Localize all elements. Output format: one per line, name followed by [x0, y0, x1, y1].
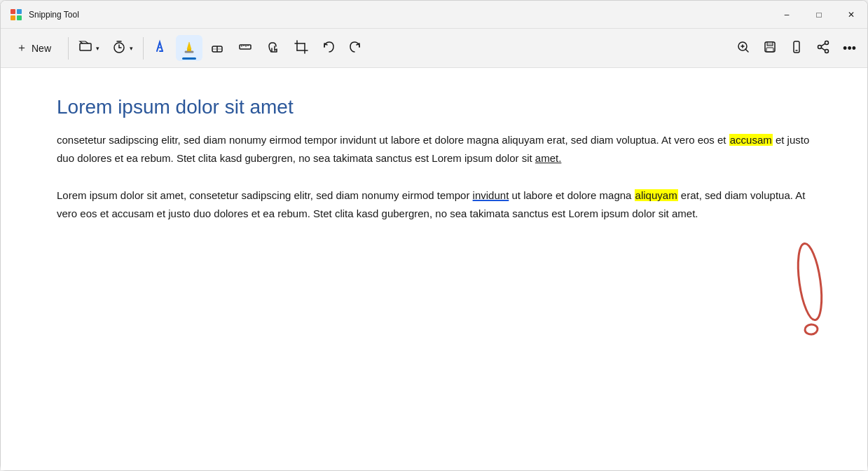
more-icon: •••: [843, 42, 856, 55]
phone-icon: [790, 40, 804, 56]
svg-point-31: [825, 50, 829, 53]
svg-point-32: [818, 46, 822, 49]
svg-rect-27: [766, 48, 773, 52]
timer-button[interactable]: ▾: [106, 36, 139, 60]
svg-point-36: [804, 324, 818, 335]
new-button[interactable]: ＋ New: [6, 36, 61, 60]
ruler-button[interactable]: [232, 35, 259, 61]
phone-button[interactable]: [784, 36, 809, 60]
new-label: New: [32, 43, 51, 54]
zoom-in-button[interactable]: [731, 36, 756, 60]
window-controls: – □ ✕: [771, 1, 867, 29]
svg-point-35: [794, 242, 825, 321]
underline-invidunt: invidunt: [473, 189, 509, 201]
paragraph-2: Lorem ipsum dolor sit amet, consetetur s…: [57, 186, 811, 222]
svg-line-34: [821, 43, 825, 46]
pen-button[interactable]: [148, 35, 174, 61]
pen-icon: [153, 39, 169, 57]
redo-icon: [348, 40, 362, 56]
timer-chevron: ▾: [130, 45, 133, 52]
eraser-button[interactable]: [204, 35, 230, 61]
document-heading: Lorem ipsum dolor sit amet: [57, 96, 811, 118]
undo-icon: [322, 40, 336, 56]
redo-button[interactable]: [343, 36, 368, 60]
separator-1: [68, 37, 69, 60]
snip-mode-icon: [78, 40, 92, 56]
eraser-icon: [209, 39, 225, 57]
underline-amet: amet.: [535, 152, 562, 164]
svg-rect-4: [80, 43, 91, 50]
undo-button[interactable]: [316, 36, 341, 60]
svg-rect-1: [17, 9, 22, 14]
timer-icon: [112, 40, 126, 56]
paragraph-1: consetetur sadipscing elitr, sed diam no…: [57, 131, 811, 167]
save-button[interactable]: [757, 36, 783, 60]
share-button[interactable]: [811, 36, 836, 60]
svg-rect-26: [767, 42, 773, 46]
minimize-button[interactable]: –: [771, 1, 803, 29]
highlighter-button[interactable]: [176, 35, 202, 61]
toolbar-right: •••: [731, 36, 862, 60]
share-icon: [816, 40, 830, 56]
crop-button[interactable]: [288, 35, 315, 61]
close-button[interactable]: ✕: [835, 1, 867, 29]
svg-rect-3: [17, 15, 22, 20]
svg-rect-9: [187, 49, 191, 51]
ruler-icon: [237, 39, 253, 57]
plus-icon: ＋: [16, 41, 27, 55]
zoom-in-icon: [736, 40, 750, 56]
touch-icon: [266, 39, 281, 57]
svg-line-24: [745, 49, 748, 52]
red-annotation: [790, 229, 825, 348]
save-icon: [763, 40, 777, 56]
title-bar: Snipping Tool – □ ✕: [1, 1, 867, 29]
svg-point-30: [825, 41, 829, 45]
svg-rect-2: [11, 15, 15, 20]
snip-mode-button[interactable]: ▾: [73, 36, 105, 60]
app-logo: [9, 8, 23, 22]
snip-mode-chevron: ▾: [96, 45, 99, 52]
touch-button[interactable]: [260, 35, 287, 61]
toolbar: ＋ New ▾ ▾: [1, 29, 867, 68]
app-window: Snipping Tool – □ ✕ ＋ New ▾: [0, 0, 868, 471]
more-button[interactable]: •••: [837, 38, 862, 59]
separator-2: [143, 37, 144, 60]
svg-rect-12: [240, 45, 251, 49]
highlighter-icon: [181, 39, 197, 57]
content-area: Lorem ipsum dolor sit amet consetetur sa…: [1, 68, 867, 470]
highlight-aliquyam: aliquyam: [635, 189, 678, 201]
crop-icon: [294, 39, 309, 57]
svg-line-33: [821, 48, 825, 50]
svg-rect-0: [11, 9, 15, 14]
maximize-button[interactable]: □: [803, 1, 835, 29]
highlight-accusam: accusam: [729, 134, 773, 146]
window-title: Snipping Tool: [29, 10, 771, 20]
